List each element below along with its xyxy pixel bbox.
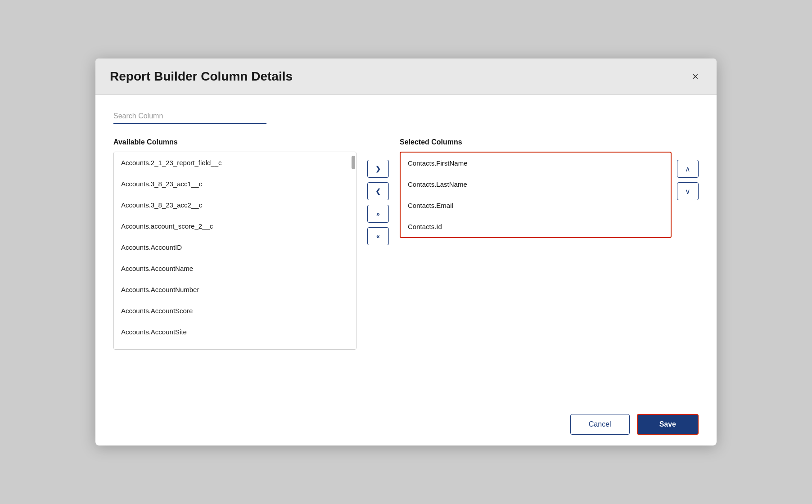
list-item[interactable]: Accounts.AccountScore: [114, 300, 356, 321]
cancel-button[interactable]: Cancel: [570, 414, 630, 435]
search-input[interactable]: [113, 109, 266, 124]
search-section: [113, 109, 266, 124]
list-item[interactable]: Contacts.LastName: [401, 174, 671, 195]
list-item[interactable]: Contacts.FirstName: [401, 153, 671, 174]
dialog-header: Report Builder Column Details ×: [95, 58, 717, 95]
double-chevron-left-icon: «: [376, 233, 380, 240]
list-item[interactable]: Accounts.AccountSite: [114, 321, 356, 342]
chevron-left-icon: ❮: [375, 188, 381, 195]
save-button[interactable]: Save: [637, 414, 699, 435]
available-columns-panel: Available Columns Accounts.2_1_23_report…: [113, 138, 356, 350]
move-down-button[interactable]: ∨: [677, 182, 699, 200]
transfer-buttons: ❯ ❮ » «: [356, 160, 400, 245]
dialog-body: Available Columns Accounts.2_1_23_report…: [95, 95, 717, 403]
dialog-title: Report Builder Column Details: [110, 69, 293, 84]
list-item[interactable]: Accounts.AccountID: [114, 237, 356, 258]
selected-columns-wrapper: Selected Columns Contacts.FirstName Cont…: [400, 138, 699, 238]
list-item[interactable]: Accounts.AccountTypeID: [114, 342, 356, 350]
list-item[interactable]: Accounts.2_1_23_report_field__c: [114, 152, 356, 173]
selected-columns-list[interactable]: Contacts.FirstName Contacts.LastName Con…: [400, 152, 672, 238]
dialog-footer: Cancel Save: [95, 403, 717, 446]
chevron-up-icon: ∧: [685, 165, 690, 173]
list-item[interactable]: Accounts.AccountName: [114, 258, 356, 279]
list-item[interactable]: Contacts.Email: [401, 195, 671, 216]
available-columns-list[interactable]: Accounts.2_1_23_report_field__c Accounts…: [113, 152, 356, 350]
list-item[interactable]: Accounts.3_8_23_acc1__c: [114, 173, 356, 194]
close-button[interactable]: ×: [689, 69, 702, 84]
move-right-button[interactable]: ❯: [367, 160, 389, 178]
list-item[interactable]: Accounts.account_score_2__c: [114, 216, 356, 237]
move-all-right-button[interactable]: »: [367, 205, 389, 223]
list-item[interactable]: Contacts.Id: [401, 216, 671, 237]
scrollbar-indicator: [352, 156, 355, 169]
list-item[interactable]: Accounts.3_8_23_acc2__c: [114, 194, 356, 216]
move-up-button[interactable]: ∧: [677, 160, 699, 178]
chevron-down-icon: ∨: [685, 187, 690, 196]
report-builder-dialog: Report Builder Column Details × Availabl…: [95, 58, 717, 446]
chevron-right-icon: ❯: [375, 165, 381, 172]
order-buttons: ∧ ∨: [677, 160, 699, 200]
move-left-button[interactable]: ❮: [367, 182, 389, 200]
selected-columns-panel: Selected Columns Contacts.FirstName Cont…: [400, 138, 672, 238]
double-chevron-right-icon: »: [376, 210, 380, 217]
list-item[interactable]: Accounts.AccountNumber: [114, 279, 356, 300]
selected-columns-label: Selected Columns: [400, 138, 672, 146]
available-columns-label: Available Columns: [113, 138, 356, 146]
move-all-left-button[interactable]: «: [367, 227, 389, 245]
columns-section: Available Columns Accounts.2_1_23_report…: [113, 138, 699, 388]
